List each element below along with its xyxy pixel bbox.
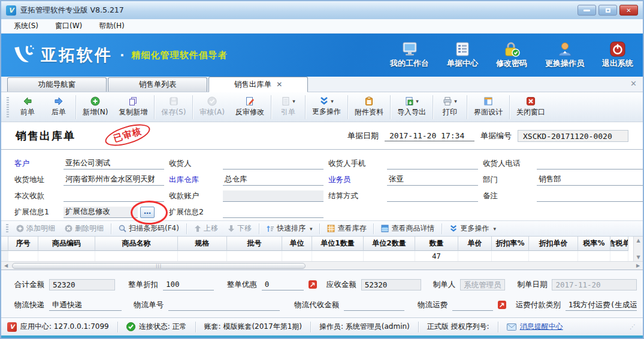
menu-system[interactable]: 系统(S) [7, 20, 45, 32]
horizontal-scrollbar[interactable]: ◀ ||| ▶ [1, 261, 643, 270]
doc-date-field[interactable]: 2017-11-20 17:34 [385, 130, 474, 141]
tabstrip-close-icon[interactable]: ✕ [630, 79, 637, 88]
receiver-phone-field[interactable] [537, 158, 644, 170]
more-actions-button[interactable]: ▾ 更多操作 [307, 95, 346, 119]
scroll-left-icon[interactable]: ◀ [1, 262, 11, 270]
dropdown-arrow-icon: ▾ [331, 98, 334, 104]
import-export-button[interactable]: ▾ 导入导出 [392, 95, 431, 119]
dropdown-arrow-icon: ▾ [310, 226, 313, 232]
col-discount-price[interactable]: 折扣单价 [529, 237, 578, 251]
ui-design-button[interactable]: 界面设计 [468, 95, 508, 119]
scroll-up-icon[interactable]: ▲ [636, 238, 640, 243]
app-window: V 亚拓管理软件专业版 V8.5.217 ✕ 系统(S) 窗口(W) 帮助(H)… [0, 0, 644, 339]
col-unit1-qty[interactable]: 单位1数量 [312, 237, 364, 251]
col-unit[interactable]: 单位 [282, 237, 312, 251]
arrow-left-icon [23, 96, 32, 106]
save-button[interactable]: 保存(S) [156, 95, 191, 119]
grid-blue-icon [381, 225, 389, 232]
warehouse-field[interactable]: 总仓库 [223, 174, 323, 186]
resize-grip[interactable]: ⋰ [630, 323, 638, 330]
change-password-button[interactable]: 修改密码 [496, 41, 527, 69]
recalc-icon[interactable] [498, 301, 506, 309]
close-window-button[interactable]: 关闭窗口 [511, 95, 551, 119]
scroll-down-icon[interactable]: ▼ [636, 255, 640, 260]
col-product-name[interactable]: 商品名称 [95, 237, 178, 251]
salesman-field[interactable]: 张亚 [387, 174, 478, 186]
customer-field[interactable]: 亚拓公司测试 [64, 158, 164, 170]
tab-sales-outbound[interactable]: 销售出库单 ✕ [208, 77, 308, 92]
remark-field[interactable] [537, 190, 644, 202]
unaudit-button[interactable]: 反审修改 [230, 95, 270, 119]
move-down-button[interactable]: 下移 [223, 222, 256, 235]
ext2-field[interactable] [223, 207, 323, 218]
exit-system-button[interactable]: 退出系统 [602, 41, 633, 69]
order-discount-field[interactable]: 100 [163, 279, 214, 290]
recalc-icon[interactable] [309, 280, 317, 289]
grid-orange-icon [327, 225, 335, 232]
header-actions: 我的工作台 单据中心 修改密码 [390, 41, 633, 69]
next-doc-button[interactable]: 后单 [43, 95, 74, 119]
message-center-link[interactable]: 消息提醒中心 [520, 322, 563, 332]
menu-window[interactable]: 窗口(W) [49, 20, 89, 32]
col-unit2-qty[interactable]: 单位2数量 [364, 237, 415, 251]
prev-doc-button[interactable]: 前单 [12, 95, 43, 119]
col-seq[interactable]: 序号 [8, 237, 38, 251]
payment-now-field[interactable] [64, 190, 164, 202]
close-button[interactable]: ✕ [619, 5, 638, 16]
col-quantity[interactable]: 数量 [415, 237, 458, 251]
settlement-field[interactable] [387, 190, 478, 202]
print-button[interactable]: ▾ 打印 [434, 95, 465, 119]
view-product-button[interactable]: 查看商品详情 [377, 222, 439, 235]
col-spec[interactable]: 规格 [178, 237, 227, 251]
tracking-no-field[interactable] [168, 299, 280, 311]
delete-row-button[interactable]: 删除明细 [61, 222, 108, 235]
scroll-right-icon[interactable]: ▶ [633, 262, 643, 270]
ext1-field[interactable]: 扩展信息修改 [64, 207, 138, 218]
express-field[interactable]: 申通快递 [49, 299, 122, 311]
freight-field[interactable] [452, 299, 492, 311]
view-stock-button[interactable]: 查看库存 [323, 222, 370, 235]
order-reduction-field[interactable]: 0 [262, 279, 304, 290]
maximize-button[interactable] [598, 5, 617, 16]
receiver-field[interactable] [223, 158, 323, 170]
scrollbar-thumb[interactable]: ||| [12, 263, 306, 269]
vertical-scrollbar[interactable]: ▲ ▼ [633, 237, 643, 261]
col-batch[interactable]: 批号 [227, 237, 282, 251]
copy-add-button[interactable]: 复制新增 [113, 95, 153, 119]
receiver-mobile-field[interactable] [387, 158, 478, 170]
tab-function-nav[interactable]: 功能导航窗 [7, 77, 107, 92]
col-discount-rate[interactable]: 折扣率% [492, 237, 529, 251]
audit-button[interactable]: 审核(A) [194, 95, 230, 119]
col-tax-rate[interactable]: 税率% [578, 237, 610, 251]
tab-close-icon[interactable]: ✕ [276, 80, 282, 89]
my-workbench-button[interactable]: 我的工作台 [390, 41, 429, 69]
add-row-button[interactable]: 添加明细 [12, 222, 59, 235]
quick-sort-button[interactable]: 快速排序 ▾ [262, 222, 317, 235]
cod-amount-field[interactable] [344, 299, 404, 311]
document-center-icon [455, 41, 470, 57]
doc-header: 销售出库单 已审核 单据日期 2017-11-20 17:34 单据编号 XSC… [1, 122, 643, 150]
pull-doc-button[interactable]: ▾ 引单 [273, 95, 304, 119]
switch-operator-button[interactable]: 更换操作员 [545, 41, 584, 69]
scan-barcode-button[interactable]: 扫描条形码(F4) [114, 222, 183, 235]
address-field[interactable]: 河南省郑州市金水区明天财 [64, 174, 164, 186]
ext1-browse-button[interactable]: … [140, 207, 155, 218]
maximize-icon [606, 8, 610, 13]
payment-account-field[interactable] [223, 190, 323, 202]
add-button[interactable]: 新增(N) [77, 95, 113, 119]
department-field[interactable]: 销售部 [537, 174, 644, 186]
tab-sales-list[interactable]: 销售单列表 [108, 77, 207, 92]
menu-help[interactable]: 帮助(H) [92, 20, 131, 32]
move-up-button[interactable]: 上移 [190, 222, 222, 235]
detail-more-actions-button[interactable]: 更多操作 ▾ [445, 222, 500, 235]
save-icon [169, 96, 179, 106]
attachment-button[interactable]: 附件资料 [349, 95, 389, 119]
col-price[interactable]: 单价 [458, 237, 492, 251]
minimize-button[interactable] [578, 5, 596, 16]
document-center-button[interactable]: 单据中心 [447, 41, 478, 69]
window-controls: ✕ [578, 5, 638, 16]
app-logo-icon: V [6, 5, 16, 16]
col-product-code[interactable]: 商品编码 [38, 237, 95, 251]
freight-pay-type-field[interactable]: 1我方付运费(生成运 [566, 299, 637, 311]
col-tax-price[interactable]: 含税单 [610, 237, 628, 251]
